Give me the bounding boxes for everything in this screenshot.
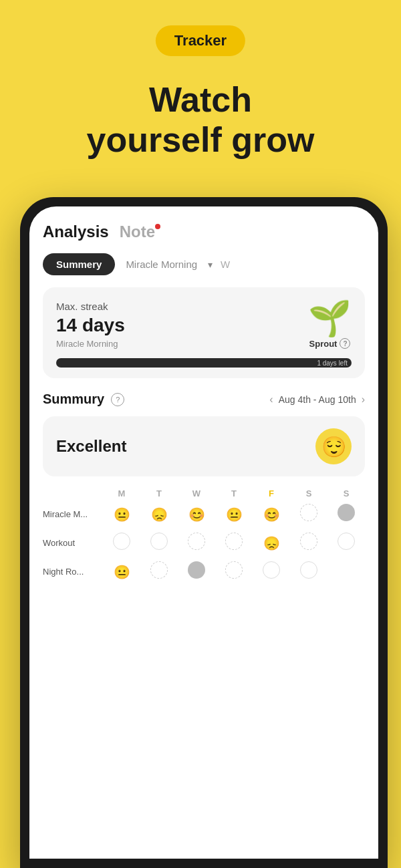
- habit-name-workout: Workout: [43, 538, 103, 548]
- screen-content: Analysis Note Summery Miracle Morning ▾ …: [29, 206, 378, 859]
- day-mon: M: [103, 488, 140, 498]
- progress-bar: 1 days left: [56, 358, 352, 368]
- chevron-down-icon: ▾: [208, 259, 213, 270]
- day-sat: S: [290, 488, 327, 498]
- pill-summery[interactable]: Summery: [43, 253, 115, 275]
- habit-cell: 😐: [215, 507, 253, 523]
- habit-cell: [140, 533, 178, 553]
- date-next-arrow[interactable]: ›: [362, 394, 365, 406]
- summury-question-icon[interactable]: ?: [111, 393, 124, 406]
- streak-days: 14 days: [56, 315, 125, 336]
- sprout-plant-icon: 🌱: [308, 301, 352, 335]
- excellent-card: Excellent 😌: [43, 416, 365, 476]
- day-sun: S: [327, 488, 365, 498]
- habit-cell: 😐: [103, 507, 140, 523]
- habit-cell: [178, 561, 215, 582]
- habit-cell: [327, 533, 365, 553]
- habit-cell: [140, 561, 178, 582]
- habit-cell: [290, 533, 327, 553]
- habit-cell: 😊: [253, 507, 290, 523]
- tab-analysis[interactable]: Analysis: [43, 223, 109, 241]
- habit-cell: 😞: [140, 507, 178, 523]
- habit-cell: [178, 533, 215, 553]
- tracker-badge: Tracker: [156, 25, 245, 56]
- sprout-question-icon[interactable]: ?: [340, 338, 350, 349]
- streak-habit: Miracle Morning: [56, 339, 125, 349]
- habit-cell: [327, 504, 365, 525]
- hero-title: Watch yourself grow: [0, 80, 401, 160]
- sprout-label: Sprout ?: [309, 338, 351, 349]
- habit-cell: [290, 504, 327, 525]
- table-row: Miracle M... 😐 😞 😊 😐 😊: [43, 504, 365, 525]
- day-header-row: M T W T F S S: [43, 488, 365, 498]
- habit-cell: [253, 561, 290, 582]
- pill-w[interactable]: W: [221, 259, 230, 270]
- rating-emoji: 😌: [315, 428, 352, 464]
- day-wed: W: [178, 488, 215, 498]
- phone-frame: Analysis Note Summery Miracle Morning ▾ …: [20, 197, 388, 868]
- habit-name-night: Night Ro...: [43, 567, 103, 577]
- note-dot: [155, 224, 160, 229]
- habit-table: M T W T F S S Miracle M... 😐 😞 😊 😐 😊: [43, 488, 365, 582]
- summury-title: Summury: [43, 392, 104, 407]
- streak-label: Max. streak: [56, 301, 125, 312]
- table-row: Night Ro... 😐: [43, 561, 365, 582]
- hero-section: Watch yourself grow: [0, 80, 401, 160]
- top-tabs: Analysis Note: [43, 223, 365, 241]
- progress-bar-wrap: 1 days left: [56, 358, 352, 368]
- summury-header: Summury ? ‹ Aug 4th - Aug 10th ›: [43, 392, 365, 407]
- date-nav: ‹ Aug 4th - Aug 10th ›: [269, 394, 365, 406]
- day-tue: T: [140, 488, 178, 498]
- habit-cell: [215, 533, 253, 553]
- habit-cell: 😐: [103, 564, 140, 580]
- habit-cell: 😊: [178, 507, 215, 523]
- tab-note[interactable]: Note: [120, 223, 155, 241]
- days-left-label: 1 days left: [317, 359, 348, 367]
- tracker-label: Tracker: [174, 32, 227, 49]
- streak-card: Max. streak 14 days Miracle Morning 🌱 Sp…: [43, 287, 365, 378]
- habit-name-miracle: Miracle M...: [43, 509, 103, 519]
- filter-pills: Summery Miracle Morning ▾ W: [43, 253, 365, 275]
- phone-screen: Analysis Note Summery Miracle Morning ▾ …: [29, 206, 378, 859]
- date-prev-arrow[interactable]: ‹: [269, 394, 273, 406]
- habit-cell: 😞: [253, 535, 290, 551]
- habit-cell: [290, 561, 327, 582]
- habit-cell: [103, 533, 140, 553]
- sprout-area: 🌱 Sprout ?: [308, 301, 352, 349]
- day-thu: T: [215, 488, 253, 498]
- habit-cell: [215, 561, 253, 582]
- rating-text: Excellent: [56, 437, 126, 456]
- table-row: Workout 😞: [43, 533, 365, 553]
- streak-info: Max. streak 14 days Miracle Morning: [56, 301, 125, 349]
- date-range: Aug 4th - Aug 10th: [279, 394, 356, 405]
- pill-miracle[interactable]: Miracle Morning: [123, 253, 200, 275]
- day-fri: F: [253, 488, 290, 498]
